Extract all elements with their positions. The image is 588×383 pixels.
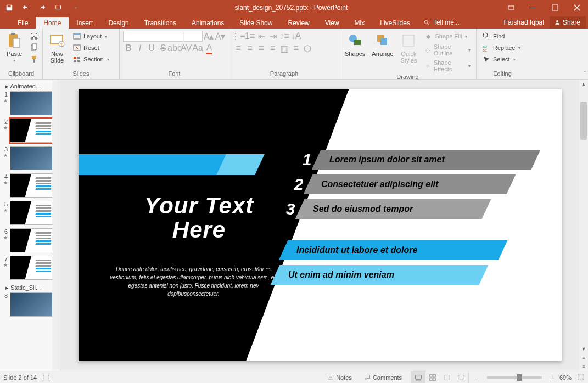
find-button[interactable]: Find: [480, 31, 523, 42]
tab-view[interactable]: View: [317, 17, 347, 29]
font-color-button[interactable]: A: [204, 43, 215, 54]
thumbnail-row[interactable]: 4★: [2, 173, 60, 198]
comments-button[interactable]: Comments: [361, 374, 405, 381]
share-button[interactable]: Share: [550, 16, 586, 29]
align-center-button[interactable]: ≡: [244, 43, 255, 54]
slide-editor[interactable]: Your Text Here Donec ante dolor, iaculis…: [60, 80, 579, 371]
user-name[interactable]: Farshad Iqbal: [499, 16, 550, 29]
section-button[interactable]: Section: [70, 54, 111, 65]
thumbnail-row[interactable]: 2★: [2, 119, 60, 143]
item-text[interactable]: Lorem ipsum dolor sit amet: [329, 155, 445, 165]
zoom-slider-thumb[interactable]: [517, 374, 522, 381]
minimize-icon[interactable]: [522, 0, 544, 15]
zoom-slider[interactable]: [487, 376, 542, 379]
editor-vertical-scrollbar[interactable]: ▲ ▼ ≡ ≡: [579, 80, 588, 371]
slide-list-item[interactable]: 5Ut enim ad minim veniam: [254, 265, 484, 285]
line-spacing-button[interactable]: ↕≡: [279, 31, 290, 42]
layout-button[interactable]: Layout: [70, 31, 111, 42]
section-header[interactable]: ▸ Static_Sli...: [2, 283, 60, 292]
scroll-down-icon[interactable]: ▼: [579, 345, 588, 353]
thumbnail-row[interactable]: 8: [2, 292, 60, 317]
strike-button[interactable]: S: [158, 43, 169, 54]
fit-to-window-button[interactable]: [577, 373, 585, 382]
slide-thumbnail[interactable]: [10, 292, 53, 317]
reset-button[interactable]: Reset: [70, 42, 111, 53]
tab-insert[interactable]: Insert: [69, 17, 100, 29]
slide-thumbnail[interactable]: [10, 228, 53, 252]
format-painter-button[interactable]: [27, 54, 41, 65]
slide-canvas[interactable]: Your Text Here Donec ante dolor, iaculis…: [79, 89, 562, 361]
tab-design[interactable]: Design: [100, 17, 136, 29]
increase-indent-button[interactable]: ⇥: [267, 31, 278, 42]
slide-thumbnail[interactable]: [10, 119, 53, 143]
next-slide-icon[interactable]: ≡: [579, 362, 588, 371]
underline-button[interactable]: U: [146, 43, 157, 54]
italic-button[interactable]: I: [135, 43, 145, 54]
zoom-out-button[interactable]: −: [474, 374, 478, 381]
shape-outline-button[interactable]: ◇Shape Outline: [422, 42, 473, 58]
scroll-thumb[interactable]: [580, 102, 587, 140]
qat-customize-icon[interactable]: [68, 1, 82, 14]
decrease-indent-button[interactable]: ⇤: [256, 31, 267, 42]
slide-title[interactable]: Your Text Here: [122, 194, 276, 242]
columns-button[interactable]: ▥: [279, 43, 290, 54]
shape-fill-button[interactable]: ◆Shape Fill: [422, 31, 473, 42]
quick-styles-button[interactable]: Quick Styles: [397, 31, 419, 65]
shapes-button[interactable]: Shapes: [343, 31, 367, 58]
slide-thumbnail[interactable]: [10, 146, 53, 170]
bold-button[interactable]: B: [123, 43, 134, 54]
slide-list-item[interactable]: 1Lorem ipsum dolor sit amet: [295, 150, 536, 170]
align-left-button[interactable]: ≡: [233, 43, 244, 54]
thumbnail-row[interactable]: 1★: [2, 91, 60, 115]
slide-list-item[interactable]: 3Sed do eiusmod tempor: [279, 199, 486, 219]
notes-button[interactable]: Notes: [324, 374, 355, 381]
tab-file[interactable]: File: [10, 17, 36, 29]
item-text[interactable]: Ut enim ad minim veniam: [288, 270, 394, 280]
grow-font-button[interactable]: A▴: [203, 31, 214, 42]
prev-slide-icon[interactable]: ≡: [579, 353, 588, 362]
section-header[interactable]: ▸ Animated...: [2, 82, 60, 91]
slide-list-item[interactable]: 2Consectetuer adipiscing elit: [287, 174, 511, 194]
select-button[interactable]: Select: [480, 54, 523, 65]
shape-effects-button[interactable]: ○Shape Effects: [422, 58, 473, 74]
close-icon[interactable]: [566, 0, 588, 15]
redo-icon[interactable]: [35, 1, 49, 14]
item-text[interactable]: Incididunt ut labore et dolore: [296, 245, 417, 255]
arrange-button[interactable]: Arrange: [369, 31, 395, 58]
cut-button[interactable]: [27, 31, 41, 42]
char-spacing-button[interactable]: AV: [181, 43, 192, 54]
slide-counter[interactable]: Slide 2 of 14: [3, 374, 37, 381]
thumbnail-row[interactable]: 7★: [2, 256, 60, 280]
shadow-button[interactable]: abc: [169, 43, 180, 54]
justify-button[interactable]: ≡: [267, 43, 278, 54]
replace-button[interactable]: abacReplace: [480, 42, 523, 53]
thumbnail-scrollbar[interactable]: [52, 80, 60, 371]
item-text[interactable]: Consectetuer adipiscing elit: [321, 179, 438, 189]
slide-thumbnail[interactable]: [10, 201, 53, 225]
tab-home[interactable]: Home: [36, 17, 69, 29]
thumbnail-row[interactable]: 6★: [2, 228, 60, 252]
tell-me-search[interactable]: Tell me...: [418, 16, 465, 29]
sorter-view-button[interactable]: [425, 371, 440, 384]
tab-transitions[interactable]: Transitions: [137, 17, 184, 29]
font-family-input[interactable]: [123, 31, 183, 42]
slide-thumbnail[interactable]: [10, 91, 53, 115]
slideshow-view-button[interactable]: [454, 371, 468, 384]
maximize-icon[interactable]: [544, 0, 566, 15]
save-icon[interactable]: [2, 1, 16, 14]
item-text[interactable]: Sed do eiusmod tempor: [313, 204, 413, 214]
shrink-font-button[interactable]: A▾: [215, 31, 226, 42]
numbering-button[interactable]: 1≡: [244, 31, 255, 42]
thumbnail-row[interactable]: 3★: [2, 146, 60, 170]
normal-view-button[interactable]: [411, 371, 425, 384]
thumbnail-row[interactable]: 5★: [2, 201, 60, 225]
slide-thumbnail[interactable]: [10, 173, 53, 198]
text-direction-button[interactable]: ↓A: [290, 31, 301, 42]
slide-list-item[interactable]: 4Incididunt ut labore et dolore: [262, 240, 503, 260]
smartart-button[interactable]: ⬡: [302, 43, 313, 54]
paste-button[interactable]: Paste ▾: [3, 31, 25, 64]
ribbon-options-icon[interactable]: [500, 0, 522, 15]
align-right-button[interactable]: ≡: [256, 43, 267, 54]
tab-animations[interactable]: Animations: [184, 17, 232, 29]
zoom-in-button[interactable]: +: [551, 374, 554, 381]
